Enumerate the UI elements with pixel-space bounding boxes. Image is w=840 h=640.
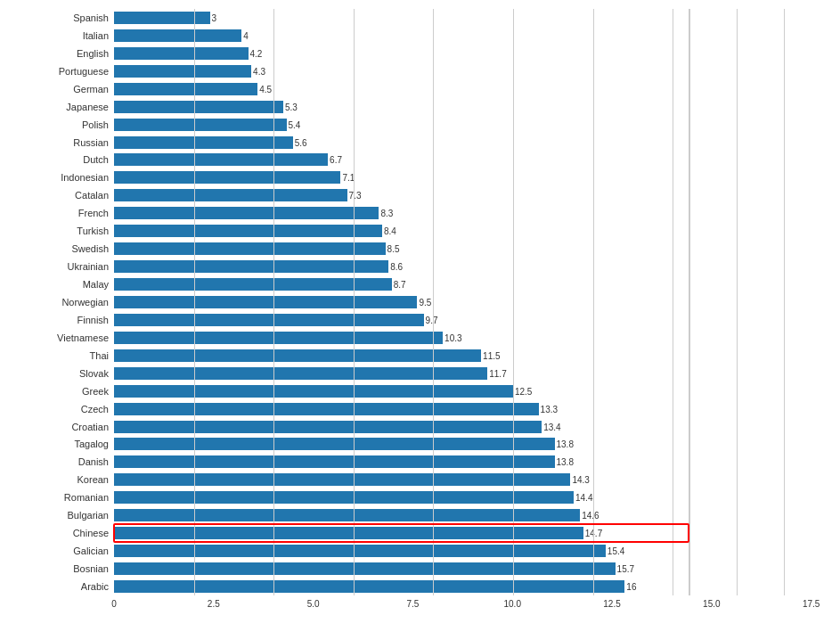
x-tick-label: 12.5	[603, 599, 620, 609]
y-label: Arabic	[16, 578, 114, 595]
bar: 6.7	[114, 153, 328, 166]
bar-row: 8.7	[114, 275, 689, 293]
bar-value-label: 8.4	[384, 226, 396, 236]
grid-line	[513, 9, 514, 595]
bar: 9.5	[114, 296, 417, 308]
bar: 8.4	[114, 225, 382, 237]
bar-value-label: 13.4	[543, 422, 560, 431]
bar: 5.6	[114, 136, 293, 149]
bar-value-label: 4.3	[253, 66, 265, 76]
bar: 7.1	[114, 171, 340, 184]
bar-row: 4	[114, 27, 689, 45]
x-tick-label: 5.0	[307, 599, 320, 609]
bar-row: 10.3	[114, 329, 689, 347]
right-cols	[689, 9, 831, 595]
bar-value-label: 11.7	[489, 368, 506, 378]
bar-value-label: 5.4	[289, 119, 301, 129]
bar-value-label: 4	[243, 30, 249, 40]
bar-value-label: 8.6	[390, 262, 403, 272]
bar: 13.3	[114, 403, 539, 415]
y-label: Russian	[16, 134, 114, 152]
bar-row: 3	[114, 9, 689, 27]
right-col-2	[737, 9, 784, 595]
y-label: Indonesian	[16, 168, 114, 186]
bar-value-label: 8.3	[380, 209, 393, 218]
bar: 10.3	[114, 332, 443, 344]
bar: 8.6	[114, 260, 388, 273]
grid-line	[273, 9, 274, 595]
bar-row: 5.4	[114, 116, 689, 134]
bar-row: 8.3	[114, 204, 689, 222]
bar-row: 14.4	[114, 488, 689, 506]
y-label: Italian	[16, 27, 114, 45]
bar: 4.5	[114, 83, 257, 95]
y-label: Thai	[16, 347, 114, 365]
bar: 14.3	[114, 473, 570, 486]
y-label: Swedish	[16, 240, 114, 258]
bar-value-label: 15.7	[617, 564, 634, 574]
bar-value-label: 14.6	[582, 511, 599, 521]
bar-row: 8.6	[114, 258, 689, 275]
bar-row: 4.3	[114, 62, 689, 80]
bar-value-label: 9.5	[419, 297, 431, 307]
bar-value-label: 13.3	[541, 404, 558, 414]
y-label: Slovak	[16, 365, 114, 382]
bars-and-grid: 344.24.34.55.35.45.66.77.17.38.38.48.58.…	[114, 9, 689, 595]
chart-container: SpanishItalianEnglishPortugueseGermanJap…	[0, 0, 840, 640]
bar: 16	[114, 580, 624, 593]
x-tick-label: 7.5	[406, 599, 419, 609]
bar-value-label: 7.3	[349, 191, 362, 201]
bar-row: 7.3	[114, 186, 689, 204]
bar-row: 14.7	[114, 524, 689, 542]
bar: 13.8	[114, 438, 555, 450]
bar-value-label: 8.7	[394, 280, 406, 290]
x-tick-label: 15.0	[703, 599, 720, 609]
grid-line	[194, 9, 195, 595]
bar-row: 13.8	[114, 453, 689, 471]
bar-value-label: 13.8	[557, 457, 574, 467]
bars-area: SpanishItalianEnglishPortugueseGermanJap…	[16, 9, 831, 595]
bar: 13.4	[114, 421, 542, 433]
bar-value-label: 4.5	[259, 84, 272, 94]
bar: 7.3	[114, 189, 347, 201]
bar: 4	[114, 29, 241, 42]
y-label: Turkish	[16, 222, 114, 240]
y-labels: SpanishItalianEnglishPortugueseGermanJap…	[16, 9, 114, 595]
bar-row: 16	[114, 578, 689, 595]
bar-row: 4.5	[114, 80, 689, 98]
bar-row: 15.4	[114, 542, 689, 560]
y-label: Spanish	[16, 9, 114, 27]
bar: 9.7	[114, 314, 424, 326]
y-label: English	[16, 45, 114, 62]
bar-row: 9.5	[114, 293, 689, 311]
y-label: Malay	[16, 275, 114, 293]
bar-row: 11.5	[114, 347, 689, 365]
bar-value-label: 13.8	[557, 439, 574, 449]
grid-line	[593, 9, 594, 595]
bar: 8.3	[114, 207, 379, 219]
bar: 11.5	[114, 349, 481, 362]
bar: 15.4	[114, 545, 606, 557]
bar: 5.4	[114, 119, 287, 131]
bar: 8.7	[114, 278, 392, 291]
bar: 3	[114, 12, 210, 24]
bar-row: 6.7	[114, 152, 689, 169]
bar-row: 13.3	[114, 400, 689, 418]
y-label: Tagalog	[16, 436, 114, 454]
y-label: Ukrainian	[16, 258, 114, 275]
bar-value-label: 8.5	[387, 244, 400, 254]
bar-row: 14.6	[114, 506, 689, 524]
bar-row: 5.6	[114, 134, 689, 152]
grid-line	[354, 9, 355, 595]
y-label: German	[16, 80, 114, 98]
y-label: French	[16, 204, 114, 222]
bar-row: 12.5	[114, 382, 689, 400]
y-label: Dutch	[16, 152, 114, 169]
y-label: Finnish	[16, 311, 114, 329]
bar-value-label: 14.3	[572, 475, 589, 485]
bar: 11.7	[114, 367, 487, 380]
bar-row: 13.8	[114, 436, 689, 454]
y-label: Greek	[16, 382, 114, 400]
bar: 8.5	[114, 242, 386, 255]
bar-row: 13.4	[114, 418, 689, 436]
